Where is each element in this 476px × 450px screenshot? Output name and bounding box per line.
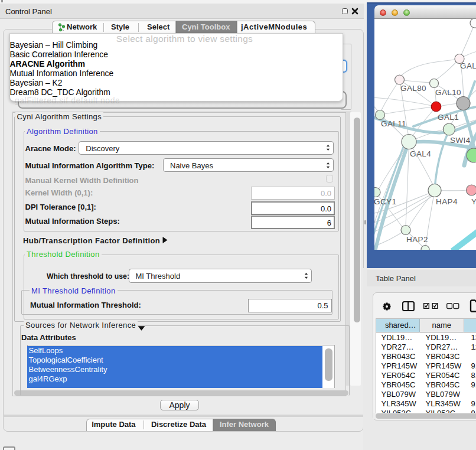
- svg-text:SWI4: SWI4: [450, 135, 471, 144]
- svg-text:HAP4: HAP4: [436, 197, 458, 206]
- svg-text:GAL10: GAL10: [435, 87, 461, 96]
- svg-text:GCY1: GCY1: [374, 197, 396, 206]
- svg-text:GAL2: GAL2: [460, 61, 476, 70]
- svg-text:GAL80: GAL80: [400, 83, 426, 92]
- svg-text:GAL4: GAL4: [410, 149, 431, 158]
- svg-text:YB: YB: [471, 197, 476, 206]
- svg-text:GAL11: GAL11: [381, 119, 406, 128]
- svg-text:GAL1: GAL1: [438, 112, 459, 121]
- svg-text:HAP2: HAP2: [406, 234, 428, 243]
